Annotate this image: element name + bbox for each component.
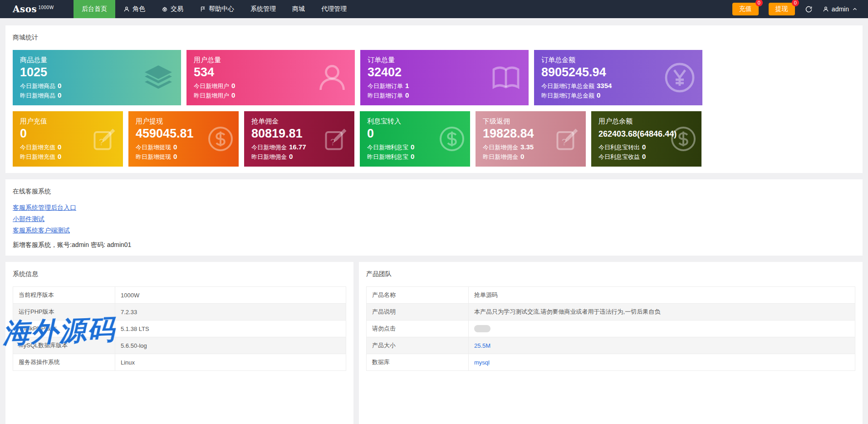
service-client-test-link[interactable]: 客服系统客户端测试 [13,227,855,235]
row-label: ThinkPHP版本 [13,320,115,337]
stat-card-interest-in: 利息宝转入 0 今日新增利息宝0 昨日新增利息宝0 [360,111,470,167]
scale-icon [162,6,168,12]
row-label: 产品大小 [367,337,469,354]
nav-item-help-center[interactable]: 帮助中心 [191,0,242,18]
row-label: 产品说明 [367,304,469,320]
table-row: 产品说明 本产品只为学习测试交流,请勿要做商业或者用于违法行为,一切后果自负 [367,304,855,320]
stats-row-1: 商品总量 1025 今日新增商品0 昨日新增商品0 用户总量 534 今日新增用… [13,50,855,105]
layers-icon [142,61,175,94]
stat-line-yesterday: 昨日新增充值0 [20,152,116,162]
nav-label: 帮助中心 [209,5,234,13]
recharge-button-wrap: 充值 0 [732,3,759,15]
panel-title: 系统信息 [13,270,346,278]
row-label: 运行PHP版本 [13,304,115,320]
nav-item-roles[interactable]: 角色 [115,0,153,18]
user-icon [316,61,348,94]
stat-card-grab-commission: 抢单佣金 80819.81 今日新增佣金16.77 昨日新增佣金0 ? [244,111,354,167]
logo-sup: 1000W [38,5,54,10]
svg-text:?: ? [330,137,335,147]
online-service-panel: 在线客服系统 客服系统管理后台入口 小部件测试 客服系统客户端测试 新增客服系统… [5,179,863,256]
database-link[interactable]: mysql [474,359,490,366]
withdraw-badge: 0 [792,0,799,6]
edit-icon: ? [323,125,350,153]
nav-item-agent-manage[interactable]: 代理管理 [313,0,355,18]
stat-line-yesterday: 昨日新增佣金0 [483,152,579,162]
table-row: 服务器操作系统 Linux [13,354,346,371]
row-label: 数据库 [367,354,469,371]
stat-line-yesterday: 昨日新增佣金0 [251,152,347,162]
stat-card-title: 下级返佣 [483,117,579,126]
refresh-button[interactable] [805,5,813,13]
main-menu: 后台首页 角色 交易 帮助中心 系统管理 商城 代理管理 [74,0,355,18]
user-menu[interactable]: admin [823,5,858,13]
bottom-section: 系统信息 当前程序版本 1000W 运行PHP版本 7.2.33 ThinkPH… [5,262,863,424]
stat-card-orders-total: 订单总量 32402 今日新增订单1 昨日新增订单0 [360,50,529,105]
row-value: 25.5M [469,337,855,354]
stat-card-sub-rebate: 下级返佣 19828.84 今日新增佣金3.35 昨日新增佣金0 ? [476,111,586,167]
product-team-table: 产品名称 抢单源码 产品说明 本产品只为学习测试交流,请勿要做商业或者用于违法行… [366,286,855,371]
service-admin-entry-link[interactable]: 客服系统管理后台入口 [13,204,855,212]
product-size-link[interactable]: 25.5M [474,342,490,349]
nav-item-system-manage[interactable]: 系统管理 [242,0,284,18]
row-value: Linux [115,354,346,371]
withdraw-button[interactable]: 提现 [769,3,795,15]
stat-card-products-total: 商品总量 1025 今日新增商品0 昨日新增商品0 [13,50,181,105]
book-icon [490,61,522,94]
row-value [469,320,855,337]
row-value: 7.2.33 [115,304,346,320]
table-row: 运行PHP版本 7.2.33 [13,304,346,320]
top-navbar: Asos1000W 后台首页 角色 交易 帮助中心 系统管理 商城 代理管理 充… [0,0,868,18]
nav-label: 代理管理 [321,5,347,13]
row-value: 本产品只为学习测试交流,请勿要做商业或者用于违法行为,一切后果自负 [469,304,855,320]
stat-line-yesterday: 昨日新增提现0 [136,152,231,162]
chevron-up-icon [852,6,858,12]
withdraw-button-wrap: 提现 0 [769,3,795,15]
row-label: 请勿点击 [367,320,469,337]
product-team-panel: 产品团队 产品名称 抢单源码 产品说明 本产品只为学习测试交流,请勿要做商业或者… [359,262,863,424]
panel-title: 产品团队 [366,270,855,278]
row-value: 5.6.50-log [115,337,346,354]
stat-card-title: 用户提现 [136,117,231,126]
stat-line-yesterday: 今日利息宝收益0 [598,152,694,162]
table-row: 数据库 mysql [367,354,855,371]
table-row: 当前程序版本 1000W [13,287,346,304]
dollar-icon [207,125,234,153]
row-label: 产品名称 [367,287,469,304]
table-row: ThinkPHP版本 5.1.38 LTS [13,320,346,337]
stat-card-title: 用户总余额 [598,117,694,126]
nav-item-dashboard[interactable]: 后台首页 [74,0,115,18]
nav-item-trade[interactable]: 交易 [153,0,191,18]
stat-card-user-balance: 用户总余额 262403.68(64846.44) 今日利息宝转出0 今日利息宝… [591,111,701,167]
svg-text:?: ? [562,137,567,147]
recharge-button[interactable]: 充值 [732,3,759,15]
logo-text: Asos [13,4,37,15]
mall-stats-panel: 商城统计 商品总量 1025 今日新增商品0 昨日新增商品0 用户总量 534 … [5,25,863,173]
nav-label: 系统管理 [250,5,276,13]
widget-test-link[interactable]: 小部件测试 [13,215,855,223]
nav-item-mall[interactable]: 商城 [284,0,313,18]
dollar-icon [670,125,697,153]
dollar-icon [438,125,466,153]
stats-row-2: 用户充值 0 今日新增充值0 昨日新增充值0 ? 用户提现 459045.81 … [13,111,855,167]
panel-title: 商城统计 [13,34,855,42]
row-value: mysql [469,354,855,371]
nav-label: 后台首页 [82,5,107,13]
row-value: 5.1.38 LTS [115,320,346,337]
system-info-table: 当前程序版本 1000W 运行PHP版本 7.2.33 ThinkPHP版本 5… [13,286,346,371]
username: admin [832,5,849,13]
navbar-right: 充值 0 提现 0 admin [732,0,868,18]
user-icon [823,6,829,12]
user-icon [123,6,130,12]
table-row: 产品大小 25.5M [367,337,855,354]
yen-icon [663,61,696,94]
table-row: 请勿点击 [367,320,855,337]
do-not-click-pill [474,325,490,332]
edit-icon: ? [554,125,581,153]
app-logo: Asos1000W [0,0,74,18]
stat-card-user-recharge: 用户充值 0 今日新增充值0 昨日新增充值0 ? [13,111,123,167]
svg-text:?: ? [99,137,104,147]
nav-label: 角色 [132,5,145,13]
row-value: 抢单源码 [469,287,855,304]
recharge-badge: 0 [755,0,763,6]
stat-card-users-total: 用户总量 534 今日新增用户0 昨日新增用户0 [186,50,355,105]
